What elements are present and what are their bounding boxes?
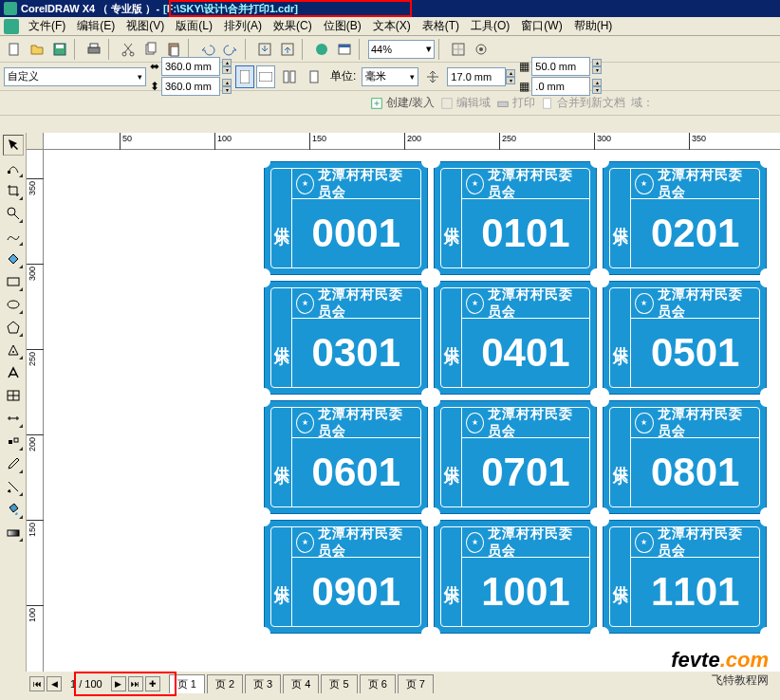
eyedropper-tool[interactable]	[3, 453, 24, 474]
text-tool[interactable]	[3, 362, 24, 383]
canvas-area[interactable]: 50 100 150 200 250 300 350 350 300 250 2…	[27, 133, 780, 672]
menu-bar[interactable]: 文件(F) 编辑(E) 视图(V) 版面(L) 排列(A) 效果(C) 位图(B…	[0, 17, 780, 36]
menu-bitmap[interactable]: 位图(B)	[318, 16, 367, 36]
page-height-input[interactable]: 360.0 mm	[161, 77, 220, 96]
ticket-card[interactable]: 供水 ★ 龙潭村村民委员会 0801	[603, 400, 767, 514]
crop-tool[interactable]	[3, 180, 24, 201]
nudge-spinner[interactable]: ▴▾	[506, 69, 515, 84]
ticket-card[interactable]: 供水 ★ 龙潭村村民委员会 0701	[434, 400, 598, 514]
dup-y-input[interactable]: .0 mm	[531, 77, 590, 96]
new-button[interactable]	[4, 39, 25, 60]
snap-button[interactable]	[448, 39, 469, 60]
basic-shapes-tool[interactable]	[3, 340, 24, 360]
add-page-button[interactable]: ✚	[145, 676, 160, 691]
rectangle-tool[interactable]	[3, 271, 24, 292]
zoom-tool[interactable]	[3, 203, 24, 224]
polygon-tool[interactable]	[3, 317, 24, 338]
page-tab-3[interactable]: 页 3	[245, 674, 281, 693]
ticket-card[interactable]: 供水 ★ 龙潭村村民委员会 0901	[264, 520, 428, 634]
ticket-card[interactable]: 供水 ★ 龙潭村村民委员会 0601	[264, 400, 428, 514]
page-tab-4[interactable]: 页 4	[283, 674, 319, 693]
menu-window[interactable]: 窗口(W)	[515, 16, 567, 36]
merge-print-button[interactable]: 打印	[496, 95, 535, 111]
tickets-grid[interactable]: 供水 ★ 龙潭村村民委员会 0001 供水 ★ 龙潭村村民委员会 0101	[264, 161, 767, 634]
fill-tool[interactable]	[3, 499, 24, 520]
ticket-side-label: 供水	[441, 527, 462, 626]
export-button[interactable]	[277, 39, 298, 60]
menu-tools[interactable]: 工具(O)	[465, 16, 515, 36]
menu-edit[interactable]: 编辑(E)	[71, 16, 121, 36]
app-launcher-button[interactable]	[311, 39, 332, 60]
edit-field-button[interactable]: 编辑域	[440, 95, 491, 111]
ticket-card[interactable]: 供水 ★ 龙潭村村民委员会 1001	[434, 520, 598, 634]
page-tab-5[interactable]: 页 5	[321, 674, 357, 693]
menu-text[interactable]: 文本(X)	[367, 16, 417, 36]
apply-current-page-button[interactable]	[304, 66, 325, 87]
smart-fill-tool[interactable]	[3, 249, 24, 269]
import-button[interactable]	[254, 39, 275, 60]
dimension-tool[interactable]	[3, 408, 24, 429]
dup-y-spinner[interactable]: ▴▾	[592, 79, 602, 94]
menu-view[interactable]: 视图(V)	[121, 16, 170, 36]
next-page-button[interactable]: ▶	[111, 676, 126, 691]
menu-arrange[interactable]: 排列(A)	[218, 16, 268, 36]
property-bar: 自定义 ▾ ⬌ 360.0 mm ▴▾ ⬍ 360.0 mm ▴▾ 单位: 毫米…	[0, 63, 780, 91]
last-page-button[interactable]: ⏭	[128, 676, 143, 691]
landscape-button[interactable]	[256, 65, 275, 88]
page-preset-combo[interactable]: 自定义 ▾	[4, 67, 146, 86]
field-label: 域：	[631, 95, 654, 111]
welcome-button[interactable]	[334, 39, 355, 60]
options-button[interactable]	[471, 39, 492, 60]
print-button[interactable]	[84, 39, 104, 60]
page-width-input[interactable]: 360.0 mm	[161, 57, 220, 76]
menu-effects[interactable]: 效果(C)	[268, 16, 318, 36]
page-counter: 1 / 100	[63, 678, 110, 690]
open-button[interactable]	[27, 39, 47, 60]
page-tab-7[interactable]: 页 7	[398, 674, 434, 693]
apply-all-pages-button[interactable]	[279, 66, 300, 87]
app-menu-icon[interactable]	[4, 19, 19, 34]
ruler-vertical[interactable]: 350 300 250 200 150 100	[27, 150, 44, 672]
outline-tool[interactable]	[3, 476, 24, 497]
menu-layout[interactable]: 版面(L)	[170, 16, 218, 36]
height-spinner[interactable]: ▴▾	[222, 79, 232, 94]
dup-x-input[interactable]: 50.0 mm	[531, 57, 590, 76]
page-tab-6[interactable]: 页 6	[360, 674, 396, 693]
ticket-card[interactable]: 供水 ★ 龙潭村村民委员会 1101	[603, 520, 767, 634]
save-button[interactable]	[49, 39, 70, 60]
interactive-fill-tool[interactable]	[3, 522, 24, 543]
height-icon: ⬍	[150, 80, 159, 93]
ticket-card[interactable]: 供水 ★ 龙潭村村民委员会 0401	[434, 281, 598, 395]
ticket-card[interactable]: 供水 ★ 龙潭村村民委员会 0501	[603, 281, 767, 395]
ellipse-tool[interactable]	[3, 294, 24, 315]
width-spinner[interactable]: ▴▾	[222, 59, 232, 74]
units-combo[interactable]: 毫米 ▾	[362, 67, 418, 86]
menu-table[interactable]: 表格(T)	[417, 16, 465, 36]
nudge-input[interactable]: 17.0 mm	[447, 67, 506, 86]
page-tab-2[interactable]: 页 2	[207, 674, 243, 693]
menu-file[interactable]: 文件(F)	[23, 16, 71, 36]
ruler-origin[interactable]	[27, 133, 44, 150]
dup-x-spinner[interactable]: ▴▾	[592, 59, 602, 74]
menu-help[interactable]: 帮助(H)	[568, 16, 619, 36]
first-page-button[interactable]: ⏮	[29, 676, 45, 691]
ticket-card[interactable]: 供水 ★ 龙潭村村民委员会 0001	[264, 161, 428, 275]
interactive-tool[interactable]	[3, 431, 24, 451]
ticket-side-label: 供水	[610, 169, 631, 267]
shape-tool[interactable]	[3, 157, 24, 178]
table-tool[interactable]	[3, 385, 24, 406]
ticket-card[interactable]: 供水 ★ 龙潭村村民委员会 0101	[434, 161, 598, 275]
ruler-horizontal[interactable]: 50 100 150 200 250 300 350	[44, 133, 780, 150]
prev-page-button[interactable]: ◀	[46, 676, 62, 691]
zoom-combo[interactable]: 44% ▾	[368, 40, 435, 59]
portrait-button[interactable]	[235, 65, 254, 88]
freehand-tool[interactable]	[3, 226, 24, 247]
pick-tool[interactable]	[3, 135, 24, 156]
page-width-value: 360.0 mm	[165, 61, 212, 72]
ticket-card[interactable]: 供水 ★ 龙潭村村民委员会 0201	[603, 161, 767, 275]
ticket-card[interactable]: 供水 ★ 龙潭村村民委员会 0301	[264, 281, 428, 395]
page-tab-1[interactable]: 页 1	[169, 674, 205, 693]
cut-button[interactable]	[118, 39, 139, 60]
create-load-button[interactable]: 创建/装入	[370, 95, 435, 111]
merge-new-doc-button[interactable]: 合并到新文档	[541, 95, 625, 111]
